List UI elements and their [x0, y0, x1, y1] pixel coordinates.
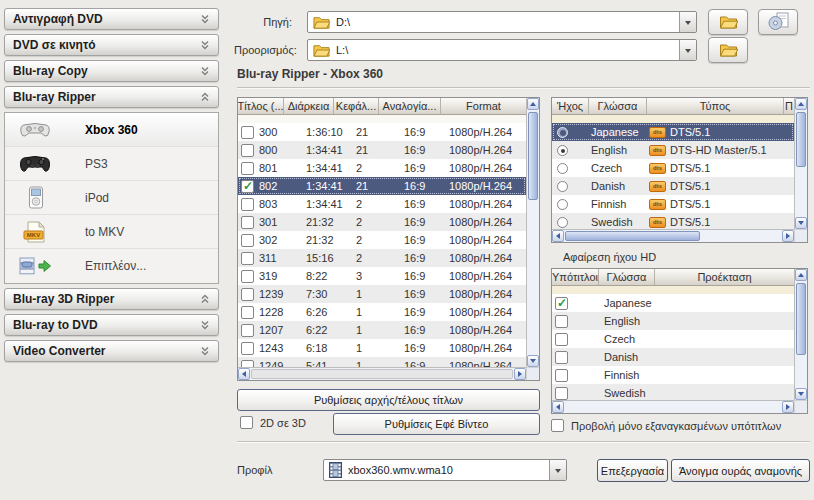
audio-table-header[interactable]: Ήχος Γλώσσα Τύπος Π — [552, 98, 794, 115]
column-header-duration[interactable]: Διάρκεια — [284, 98, 334, 114]
column-header-language[interactable]: Γλώσσα — [589, 98, 647, 114]
scroll-up-button[interactable] — [795, 98, 807, 110]
title-row[interactable]: 12397:30116:91080p/H.264 — [238, 285, 526, 303]
scroll-thumb[interactable] — [796, 283, 806, 355]
sidebar-item-xbox-360[interactable]: Xbox 360 — [5, 113, 218, 147]
scroll-right-button[interactable] — [514, 368, 526, 380]
title-checkbox[interactable] — [241, 216, 254, 229]
subtitle-checkbox[interactable] — [555, 333, 568, 346]
title-row[interactable]: 8001:34:412116:91080p/H.264 — [238, 141, 526, 159]
video-effects-button[interactable]: Ρυθμίσεις Εφέ Βίντεο — [333, 413, 540, 435]
scroll-down-button[interactable] — [527, 355, 539, 367]
title-checkbox[interactable] — [241, 198, 254, 211]
profile-dropdown-arrow[interactable] — [549, 460, 566, 480]
title-checkbox[interactable] — [241, 126, 254, 139]
sidebar-section-blu-ray-to-dvd[interactable]: Blu-ray to DVD — [4, 314, 219, 336]
subtitle-table-header[interactable]: Υπότιτλοι Γλώσσα Προέκταση — [552, 269, 794, 286]
column-header-aspect[interactable]: Αναλογία... — [379, 98, 441, 114]
subtitle-checkbox[interactable] — [555, 297, 568, 310]
subtitle-row[interactable]: Czech — [552, 330, 794, 348]
column-header-title[interactable]: Τίτλος (... — [238, 98, 284, 114]
audio-row[interactable]: FinnishdtsDTS/5.1 — [552, 195, 794, 213]
title-checkbox[interactable] — [241, 252, 254, 265]
audio-row[interactable]: EnglishdtsDTS-HD Master/5.1 — [552, 141, 794, 159]
audio-radio[interactable] — [557, 163, 568, 174]
title-row[interactable]: 8011:34:41216:91080p/H.264 — [238, 159, 526, 177]
scroll-left-button[interactable] — [552, 230, 564, 242]
column-header-subtitles[interactable]: Υπότιτλοι — [552, 269, 599, 285]
title-row[interactable]: 3198:22316:91080p/H.264 — [238, 267, 526, 285]
audio-radio[interactable] — [557, 145, 568, 156]
title-checkbox[interactable] — [241, 342, 254, 355]
title-row[interactable]: 3001:36:102116:91080p/H.264 — [238, 123, 526, 141]
column-header-extension[interactable]: Προέκταση — [655, 269, 794, 285]
open-queue-button[interactable]: Άνοιγμα ουράς αναμονής — [671, 459, 810, 482]
sidebar-item-item[interactable]: Επιπλέον... — [5, 249, 218, 283]
destination-browse-button[interactable] — [708, 37, 748, 63]
audio-row[interactable]: SwedishdtsDTS/5.1 — [552, 213, 794, 229]
sidebar-section-dvd[interactable]: DVD σε κινητό — [4, 34, 219, 56]
sidebar-item-ipod[interactable]: iPod — [5, 181, 218, 215]
title-row[interactable]: 30121:32216:91080p/H.264 — [238, 213, 526, 231]
title-row[interactable]: 12495:41116:91080p/H.264 — [238, 357, 526, 367]
audio-table-horizontal-scrollbar[interactable] — [552, 229, 794, 242]
scroll-thumb[interactable] — [528, 112, 538, 200]
title-table-vertical-scrollbar[interactable] — [526, 98, 539, 367]
subtitle-row[interactable]: English — [552, 312, 794, 330]
forced-subtitles-option[interactable]: Προβολή μόνο εξαναγκασμένων υπότιτλων — [551, 419, 781, 432]
audio-table-vertical-scrollbar[interactable] — [794, 98, 807, 229]
title-table-horizontal-scrollbar[interactable] — [238, 367, 526, 380]
source-browse-button[interactable] — [708, 9, 748, 35]
title-row[interactable]: 8021:34:412116:91080p/H.264 — [238, 177, 526, 195]
audio-row[interactable]: JapanesedtsDTS/5.1 — [552, 123, 794, 141]
subtitle-row[interactable]: Japanese — [552, 294, 794, 312]
title-checkbox[interactable] — [241, 144, 254, 157]
title-checkbox[interactable] — [241, 270, 254, 283]
title-table-header[interactable]: Τίτλος (... Διάρκεια Κεφάλ... Αναλογία..… — [238, 98, 526, 115]
open-disc-image-button[interactable] — [758, 9, 798, 35]
sidebar-section-video-converter[interactable]: Video Converter — [4, 340, 219, 362]
2d-to-3d-option[interactable]: 2D σε 3D — [240, 416, 306, 429]
scroll-thumb[interactable] — [796, 112, 806, 167]
title-row[interactable]: 8031:34:41216:91080p/H.264 — [238, 195, 526, 213]
title-checkbox[interactable] — [241, 180, 254, 193]
column-header-format[interactable]: Format — [441, 98, 526, 114]
scroll-left-button[interactable] — [238, 368, 250, 380]
edit-profile-button[interactable]: Επεξεργασία — [597, 459, 668, 482]
scroll-thumb[interactable] — [251, 369, 513, 379]
sidebar-section-dvd[interactable]: Αντιγραφή DVD — [4, 8, 219, 30]
audio-radio[interactable] — [557, 217, 568, 228]
title-checkbox[interactable] — [241, 162, 254, 175]
subtitle-row[interactable]: Danish — [552, 348, 794, 366]
subtitle-table-horizontal-scrollbar[interactable] — [552, 400, 794, 413]
title-row[interactable]: 30221:32216:91080p/H.264 — [238, 231, 526, 249]
title-checkbox[interactable] — [241, 306, 254, 319]
scroll-right-button[interactable] — [782, 401, 794, 413]
title-row[interactable]: 12286:26116:91080p/H.264 — [238, 303, 526, 321]
title-start-end-settings-button[interactable]: Ρυθμίσεις αρχής/τέλους τίτλων — [237, 389, 540, 411]
sidebar-section-blu-ray-ripper[interactable]: Blu-ray Ripper — [4, 86, 219, 108]
profile-combo[interactable]: xbox360.wmv.wma10 — [323, 459, 567, 481]
sidebar-item-ps3[interactable]: PS3 — [5, 147, 218, 181]
2d-to-3d-checkbox[interactable] — [240, 416, 253, 429]
destination-combo[interactable]: L:\ — [307, 39, 697, 61]
audio-radio[interactable] — [557, 127, 568, 138]
scroll-down-button[interactable] — [795, 388, 807, 400]
scroll-right-button[interactable] — [782, 230, 794, 242]
subtitle-checkbox[interactable] — [555, 351, 568, 364]
scroll-left-button[interactable] — [552, 401, 564, 413]
subtitle-checkbox[interactable] — [555, 387, 568, 400]
audio-row[interactable]: CzechdtsDTS/5.1 — [552, 159, 794, 177]
scroll-up-button[interactable] — [795, 269, 807, 281]
title-checkbox[interactable] — [241, 288, 254, 301]
title-row[interactable]: 31115:16216:91080p/H.264 — [238, 249, 526, 267]
column-header-channels[interactable]: Π — [784, 98, 794, 114]
subtitle-row[interactable]: Finnish — [552, 366, 794, 384]
subtitle-checkbox[interactable] — [555, 315, 568, 328]
audio-radio[interactable] — [557, 181, 568, 192]
subtitle-row[interactable]: Swedish — [552, 384, 794, 400]
column-header-audio[interactable]: Ήχος — [552, 98, 589, 114]
audio-radio[interactable] — [557, 199, 568, 210]
title-checkbox[interactable] — [241, 360, 254, 368]
subtitle-checkbox[interactable] — [555, 369, 568, 382]
